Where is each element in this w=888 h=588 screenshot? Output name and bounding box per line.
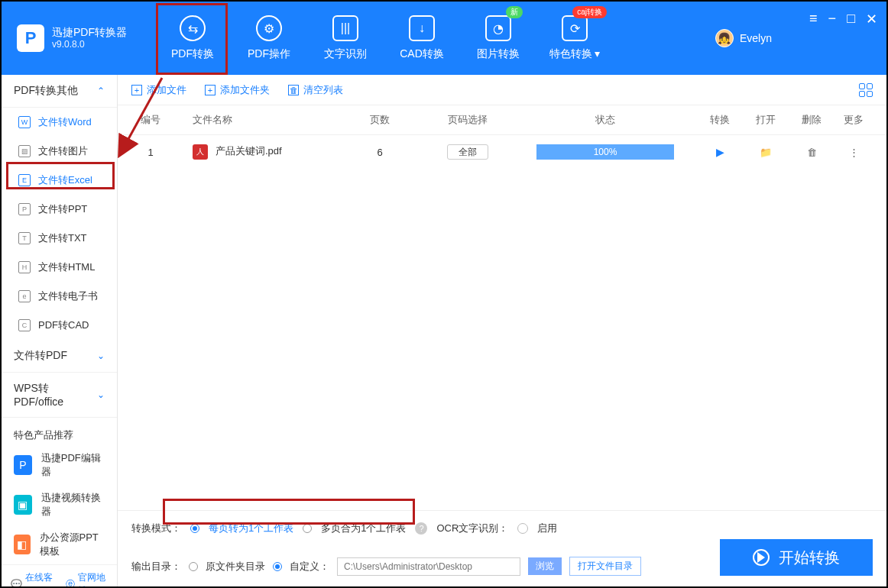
trash-icon[interactable]: 🗑 — [807, 147, 817, 158]
col-name: 文件名称 — [170, 113, 338, 127]
mode-opt1[interactable]: 每页转为1个工作表 — [209, 522, 293, 535]
promo-pdf-editor[interactable]: P迅捷PDF编辑器 — [2, 445, 117, 485]
sidebar-item-to-html[interactable]: H文件转HTML — [2, 253, 117, 282]
row-num: 1 — [131, 147, 170, 158]
tab-label: 文字识别 — [324, 47, 367, 61]
tab-special-convert[interactable]: ⟳ 特色转换 ▾ caj转换 — [536, 2, 613, 75]
sidebar-item-to-word[interactable]: W文件转Word — [2, 108, 117, 137]
filename-label: 产品关键词.pdf — [216, 145, 282, 157]
menu-icon[interactable]: ≡ — [809, 11, 818, 27]
item-label: PDF转CAD — [38, 318, 89, 332]
clear-list-button[interactable]: 🗑清空列表 — [288, 83, 343, 97]
new-badge: 新 — [506, 6, 523, 18]
promo-ppt-template[interactable]: ◧办公资源PPT模板 — [2, 525, 117, 564]
tab-ocr[interactable]: ||| 文字识别 — [307, 2, 384, 75]
table-row: 1 人产品关键词.pdf 6 全部 100% ▶ 📁 🗑 ⋮ — [118, 135, 886, 169]
link-label: 在线客服 — [25, 571, 55, 588]
tab-label: PDF转换 — [171, 47, 214, 61]
maximize-icon[interactable]: □ — [847, 11, 855, 27]
add-file-button[interactable]: +添加文件 — [131, 83, 186, 97]
table-header: 编号 文件名称 页数 页码选择 状态 转换 打开 删除 更多 — [118, 105, 886, 135]
pdf-editor-icon: P — [14, 455, 32, 475]
open-folder-button[interactable]: 打开文件目录 — [569, 557, 641, 576]
video-icon: ▣ — [14, 495, 32, 515]
promo-title: 特色产品推荐 — [2, 418, 117, 445]
mode-radio-merge[interactable] — [303, 524, 312, 533]
folder-icon[interactable]: 📁 — [760, 147, 772, 158]
add-folder-button[interactable]: +添加文件夹 — [205, 83, 270, 97]
row-open: 📁 — [743, 147, 789, 158]
sidebar-group-pdf-to-other[interactable]: PDF转换其他 ⌃ — [2, 75, 117, 108]
row-pages: 6 — [338, 147, 422, 158]
txt-icon: T — [18, 232, 31, 244]
trash-box-icon: 🗑 — [288, 85, 299, 95]
col-pages: 页数 — [338, 113, 422, 127]
app-version: v9.0.8.0 — [52, 39, 127, 51]
promo-label: 迅捷视频转换器 — [41, 491, 105, 519]
app-logo-icon: P — [17, 24, 44, 52]
sidebar-group-to-pdf[interactable]: 文件转PDF ⌄ — [2, 340, 117, 373]
ppt-icon: P — [18, 203, 31, 215]
excel-icon: E — [18, 174, 31, 186]
sidebar-item-to-ebook[interactable]: e文件转电子书 — [2, 282, 117, 311]
chevron-down-icon: ⌄ — [97, 351, 105, 361]
play-icon[interactable]: ▶ — [716, 146, 724, 158]
help-icon[interactable]: ? — [415, 522, 427, 535]
ocr-label: OCR文字识别： — [436, 522, 508, 535]
tab-pdf-operate[interactable]: ⚙ PDF操作 — [231, 2, 307, 75]
cad-icon: ↓ — [409, 15, 435, 41]
page-select-button[interactable]: 全部 — [447, 144, 488, 160]
tab-cad-convert[interactable]: ↓ CAD转换 — [384, 2, 460, 75]
tab-label: CAD转换 — [400, 47, 444, 61]
tab-image-convert[interactable]: ◔ 图片转换 新 — [460, 2, 536, 75]
btn-label: 添加文件 — [147, 83, 186, 97]
promo-video-converter[interactable]: ▣迅捷视频转换器 — [2, 485, 117, 525]
sidebar-item-to-excel[interactable]: E文件转Excel — [2, 166, 117, 195]
plus-icon: + — [131, 85, 142, 95]
sidebar-item-to-cad[interactable]: CPDF转CAD — [2, 311, 117, 340]
output-path-input[interactable] — [337, 557, 520, 576]
output-radio-custom[interactable] — [273, 562, 282, 571]
pdf-file-icon: 人 — [193, 144, 208, 160]
user-area[interactable]: 👧 Evelyn — [715, 29, 772, 47]
item-label: 文件转电子书 — [38, 289, 98, 303]
item-label: 文件转Word — [38, 115, 92, 129]
convert-icon: ⇆ — [180, 15, 206, 41]
grid-view-icon[interactable] — [859, 83, 873, 97]
sidebar-item-to-ppt[interactable]: P文件转PPT — [2, 195, 117, 224]
output-radio-orig[interactable] — [189, 562, 198, 571]
sidebar-item-to-image[interactable]: ▨文件转图片 — [2, 137, 117, 166]
globe-icon: ⓔ — [66, 578, 75, 589]
site-link[interactable]: ⓔ官网地址 — [66, 571, 108, 588]
item-label: 文件转PPT — [38, 202, 87, 216]
image-file-icon: ▨ — [18, 145, 31, 157]
row-filename: 人产品关键词.pdf — [170, 144, 338, 160]
mode-radio-per-page[interactable] — [190, 524, 199, 533]
col-conv: 转换 — [697, 113, 743, 127]
ocr-checkbox[interactable] — [517, 523, 528, 534]
sidebar-item-to-txt[interactable]: T文件转TXT — [2, 224, 117, 253]
output-opt-orig[interactable]: 原文件夹目录 — [206, 560, 265, 573]
toolbar: +添加文件 +添加文件夹 🗑清空列表 — [118, 75, 886, 105]
special-icon: ⟳ — [562, 15, 588, 41]
btn-label: 清空列表 — [303, 83, 343, 97]
cad-file-icon: C — [18, 319, 31, 331]
start-label: 开始转换 — [779, 548, 840, 568]
col-num: 编号 — [131, 113, 170, 127]
main-panel: +添加文件 +添加文件夹 🗑清空列表 编号 文件名称 页数 页码选择 状态 转换… — [118, 75, 886, 586]
start-convert-button[interactable]: 开始转换 — [720, 539, 873, 576]
row-delete: 🗑 — [789, 147, 835, 158]
group-label: 文件转PDF — [14, 349, 67, 363]
sidebar-group-wps[interactable]: WPS转PDF/office ⌄ — [2, 373, 117, 418]
browse-button[interactable]: 浏览 — [528, 557, 562, 575]
image-icon: ◔ — [485, 15, 511, 41]
mode-opt2[interactable]: 多页合为1个工作表 — [321, 522, 406, 535]
folder-plus-icon: + — [205, 85, 216, 95]
output-opt-custom[interactable]: 自定义： — [290, 560, 329, 573]
minimize-icon[interactable]: − — [828, 11, 837, 27]
support-link[interactable]: 💬在线客服 — [11, 571, 55, 588]
more-icon[interactable]: ⋮ — [849, 147, 859, 158]
chevron-down-icon: ⌄ — [97, 389, 105, 400]
close-icon[interactable]: ✕ — [866, 11, 877, 27]
tab-pdf-convert[interactable]: ⇆ PDF转换 — [154, 2, 231, 75]
